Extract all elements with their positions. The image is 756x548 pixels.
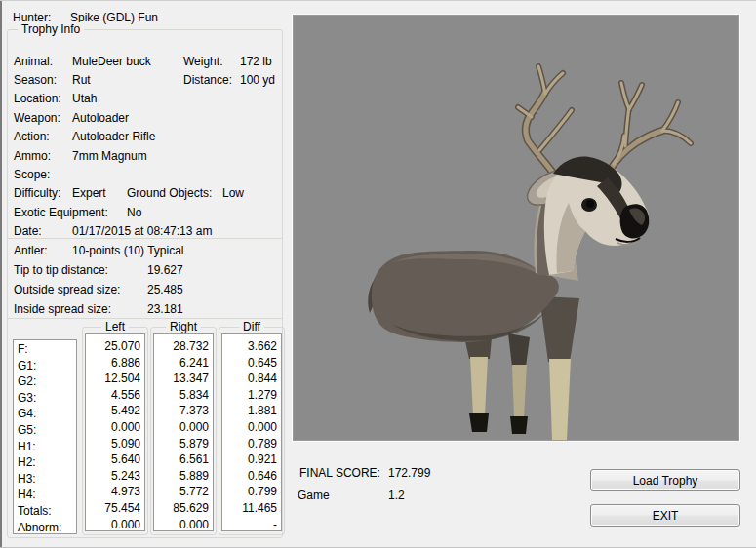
tip-to-tip-label: Tip to tip distance:: [14, 263, 147, 277]
window-top-edge: [0, 0, 756, 1]
ammo-value: 7mm Magnum: [72, 149, 147, 163]
left-value: 6.886: [86, 355, 140, 372]
row-label: Abnorm:: [18, 520, 76, 534]
weight-value: 172 lb: [240, 55, 272, 68]
distance-value: 100 yd: [240, 73, 275, 87]
date-label: Date:: [14, 224, 72, 238]
row-label: H1:: [18, 439, 76, 455]
right-value: 5.889: [154, 468, 209, 485]
final-score-row: FINAL SCORE: 172.799: [299, 465, 430, 480]
trophy-info-legend: Trophy Info: [18, 22, 84, 36]
row-label: Totals:: [18, 503, 76, 520]
left-column-header: Left: [101, 320, 129, 333]
left-value: 5.492: [86, 403, 140, 419]
right-value: 5.879: [154, 436, 209, 452]
trophy-fields: Animal: MuleDeer buck Weight: 172 lb Sea…: [14, 52, 279, 241]
right-value: 85.629: [154, 500, 209, 517]
scope-label: Scope:: [14, 168, 72, 181]
left-value: 0.000: [86, 517, 140, 531]
section-divider: [8, 238, 282, 239]
diff-value: 0.844: [222, 371, 277, 387]
diff-value: 0.646: [222, 468, 277, 485]
location-label: Location:: [14, 92, 72, 105]
trophy-window: Hunter: Spike (GDL) Fun Trophy Info Anim…: [0, 0, 756, 548]
exit-button[interactable]: EXIT: [590, 504, 740, 527]
row-label: G3:: [18, 390, 76, 407]
row-label: G4:: [18, 406, 76, 422]
trophy-info-group: Trophy Info Animal: MuleDeer buck Weight…: [7, 29, 283, 538]
weapon-label: Weapon:: [14, 111, 72, 125]
row-label: G1:: [18, 358, 76, 374]
ammo-label: Ammo:: [14, 149, 72, 163]
row-label: H3:: [18, 471, 76, 488]
left-values-box: 25.070 6.886 12.504 4.556 5.492 0.000 5.…: [85, 333, 145, 531]
field-row-action: Action: Autoloader Rifle: [14, 128, 279, 146]
diff-value: 0.799: [222, 484, 277, 500]
animal-label: Animal:: [14, 55, 72, 68]
season-value: Rut: [72, 73, 183, 87]
left-value: 4.973: [86, 484, 140, 500]
row-label: H2:: [18, 454, 76, 471]
diff-value: 11.465: [222, 500, 277, 517]
field-row-inside-spread: Inside spread size: 23.181: [14, 299, 279, 319]
final-score-value: 172.799: [388, 466, 430, 480]
outside-spread-value: 25.485: [147, 283, 183, 296]
field-row-location: Location: Utah: [14, 90, 279, 108]
right-value: 7.373: [154, 403, 209, 419]
location-value: Utah: [72, 92, 97, 105]
row-label: F:: [18, 341, 76, 358]
diff-value: -: [222, 517, 277, 531]
right-value: 5.772: [154, 484, 209, 500]
animal-value: MuleDeer buck: [72, 55, 183, 68]
diff-column-header: Diff: [239, 320, 264, 333]
game-version-value: 1.2: [388, 489, 405, 502]
final-score-label: FINAL SCORE:: [299, 466, 388, 480]
game-label: Game: [298, 489, 388, 502]
left-value: 12.504: [86, 371, 140, 387]
diff-values-box: 3.662 0.645 0.844 1.279 1.881 0.000 0.78…: [221, 333, 282, 531]
trophy-3d-viewport[interactable]: [293, 15, 739, 441]
field-row-tiptotip: Tip to tip distance: 19.627: [14, 260, 279, 280]
field-row-exotic: Exotic Equipment: No: [14, 203, 279, 221]
right-value: 0.000: [154, 419, 209, 436]
field-row-difficulty: Difficulty: Expert Ground Objects: Low: [14, 184, 279, 203]
left-value: 5.243: [86, 468, 140, 485]
field-row-weapon: Weapon: Autoloader: [14, 108, 279, 127]
weapon-value: Autoloader: [72, 111, 129, 125]
date-value: 01/17/2015 at 08:47:13 am: [72, 224, 212, 238]
right-column-header: Right: [166, 320, 201, 333]
left-column-group: Left 25.070 6.886 12.504 4.556 5.492 0.0…: [82, 327, 148, 535]
exotic-equipment-label: Exotic Equipment:: [14, 206, 127, 219]
field-row-ammo: Ammo: 7mm Magnum: [14, 146, 279, 165]
antler-fields: Antler: 10-points (10) Typical Tip to ti…: [14, 241, 279, 319]
left-value: 4.556: [86, 387, 140, 404]
field-row-animal: Animal: MuleDeer buck Weight: 172 lb: [14, 52, 279, 70]
difficulty-value: Expert: [72, 186, 127, 200]
action-label: Action:: [14, 130, 72, 143]
antler-value: 10-points (10) Typical: [72, 244, 184, 257]
load-trophy-button[interactable]: Load Trophy: [590, 469, 740, 491]
diff-value: 0.789: [222, 436, 277, 452]
window-left-edge: [0, 0, 2, 548]
diff-value: 0.921: [222, 451, 277, 468]
diff-value: 0.000: [222, 419, 277, 436]
field-row-outside-spread: Outside spread size: 25.485: [14, 280, 279, 299]
deer-3d-model: [294, 16, 738, 440]
right-column-group: Right 28.732 6.241 13.347 5.834 7.373 0.…: [150, 327, 217, 535]
deer-antlers: [518, 66, 691, 176]
right-values-box: 28.732 6.241 13.347 5.834 7.373 0.000 5.…: [153, 333, 214, 531]
outside-spread-label: Outside spread size:: [14, 283, 147, 296]
deer-head: [522, 157, 650, 281]
diff-value: 3.662: [222, 338, 277, 355]
left-value: 75.454: [86, 500, 140, 517]
antler-label: Antler:: [14, 244, 72, 257]
measurements-area: F: G1: G2: G3: G4: G5: H1: H2: H3: H4: T…: [13, 319, 282, 537]
exotic-equipment-value: No: [127, 206, 141, 219]
ground-objects-label: Ground Objects:: [127, 186, 222, 200]
right-value: 6.561: [154, 451, 209, 468]
diff-value: 1.881: [222, 403, 277, 419]
distance-label: Distance:: [183, 73, 240, 87]
field-row-scope: Scope:: [14, 165, 279, 183]
season-label: Season:: [14, 73, 72, 87]
diff-column-group: Diff 3.662 0.645 0.844 1.279 1.881 0.000…: [219, 327, 285, 535]
